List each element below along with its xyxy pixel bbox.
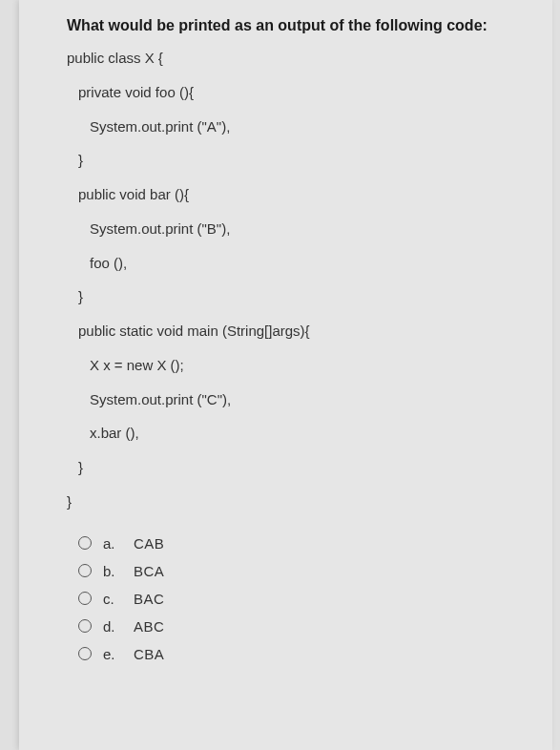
radio-icon xyxy=(78,536,92,550)
radio-icon xyxy=(78,592,92,605)
code-line: X x = new X (); xyxy=(67,355,524,376)
code-line: } xyxy=(67,457,524,478)
code-line: foo (), xyxy=(67,253,524,274)
code-line: x.bar (), xyxy=(67,423,524,444)
option-a[interactable]: a. CAB xyxy=(78,535,524,552)
question-text: What would be printed as an output of th… xyxy=(67,17,524,34)
option-c[interactable]: c. BAC xyxy=(78,591,524,607)
code-line: System.out.print ("C"), xyxy=(67,389,524,410)
question-page: What would be printed as an output of th… xyxy=(19,0,552,750)
code-line: public class X { xyxy=(67,48,524,69)
option-text: CAB xyxy=(134,535,164,552)
radio-icon xyxy=(78,619,92,633)
radio-icon xyxy=(78,647,92,660)
code-line: } xyxy=(67,491,524,512)
code-line: } xyxy=(67,286,524,307)
option-letter: b. xyxy=(103,563,118,579)
option-d[interactable]: d. ABC xyxy=(78,618,524,635)
code-line: public void bar (){ xyxy=(67,184,524,205)
option-letter: c. xyxy=(103,591,118,607)
radio-icon xyxy=(78,564,92,577)
code-line: private void foo (){ xyxy=(67,82,524,103)
option-letter: e. xyxy=(103,646,118,662)
option-text: BAC xyxy=(134,591,164,607)
option-b[interactable]: b. BCA xyxy=(78,563,524,579)
options-list: a. CAB b. BCA c. BAC d. ABC e. CBA xyxy=(67,535,524,662)
option-text: ABC xyxy=(134,618,164,635)
option-letter: a. xyxy=(103,535,118,552)
code-line: System.out.print ("B"), xyxy=(67,219,524,240)
code-line: System.out.print ("A"), xyxy=(67,116,524,137)
option-text: BCA xyxy=(134,563,164,579)
option-letter: d. xyxy=(103,618,118,635)
code-line: public static void main (String[]args){ xyxy=(67,321,524,342)
code-line: } xyxy=(67,150,524,171)
option-e[interactable]: e. CBA xyxy=(78,646,524,662)
option-text: CBA xyxy=(134,646,164,662)
